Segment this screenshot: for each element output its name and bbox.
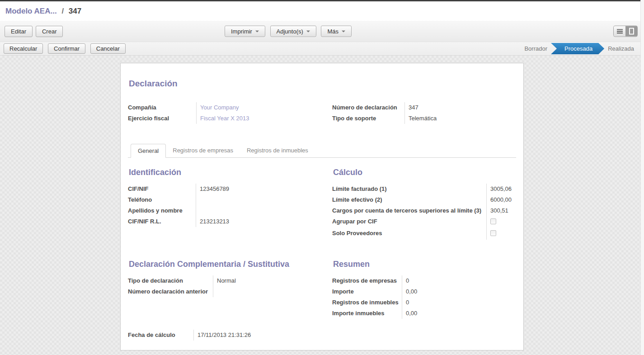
main-toolbar: Editar Crear Imprimir Adjunto(s) Más bbox=[0, 21, 644, 42]
header-right-group: Número de declaración 347 Tipo de soport… bbox=[332, 102, 516, 124]
chevron-down-icon bbox=[255, 30, 259, 32]
summary-section: Resumen Registros de empresas 0 Importe … bbox=[332, 254, 516, 319]
breadcrumb-separator: / bbox=[59, 7, 66, 15]
breadcrumb-row: Modelo AEA... / 347 bbox=[0, 1, 644, 21]
support-type-field-value: Telemática bbox=[404, 113, 516, 124]
tab-general[interactable]: General bbox=[131, 144, 166, 158]
confirm-button[interactable]: Confirmar bbox=[48, 43, 85, 54]
calculation-date-field-value: 17/11/2013 21:31:26 bbox=[193, 330, 318, 341]
edit-button[interactable]: Editar bbox=[5, 26, 33, 37]
tab-registros-de-empresas[interactable]: Registros de empresas bbox=[166, 144, 240, 158]
previous-number-field-label: Número declaración anterior bbox=[128, 286, 213, 297]
form-view-background: Declaración Compañía Your Company Ejerci… bbox=[0, 56, 644, 355]
attachments-label: Adjunto(s) bbox=[277, 28, 303, 35]
view-switcher bbox=[613, 26, 638, 37]
company-field-value[interactable]: Your Company bbox=[196, 102, 332, 113]
identification-section: Identificación CIF/NIF 123456789 Teléfon… bbox=[128, 162, 332, 227]
breadcrumb: Modelo AEA... / 347 bbox=[5, 7, 81, 16]
form-sheet: Declaración Compañía Your Company Ejerci… bbox=[120, 63, 524, 350]
declaration-type-field-label: Tipo de declaración bbox=[128, 275, 213, 286]
scrollbar[interactable] bbox=[640, 0, 644, 355]
breadcrumb-current: 347 bbox=[69, 7, 81, 15]
create-button[interactable]: Crear bbox=[36, 26, 63, 37]
more-label: Más bbox=[327, 28, 338, 35]
cif-rl-field-value: 213213213 bbox=[196, 216, 332, 227]
summary-company-records-value: 0 bbox=[402, 275, 516, 286]
form-view-icon bbox=[629, 28, 634, 35]
summary-property-records-label: Registros de inmuebles bbox=[332, 297, 402, 308]
fiscal-year-field-value[interactable]: Fiscal Year X 2013 bbox=[196, 113, 332, 124]
summary-company-records-label: Registros de empresas bbox=[332, 275, 402, 286]
status-bar: Borrador Procesada Realizada bbox=[518, 42, 640, 55]
summary-property-amount-value: 0,00 bbox=[402, 308, 516, 319]
calculation-section-title: Cálculo bbox=[333, 168, 516, 177]
workflow-buttons: Recalcular Confirmar Cancelar bbox=[4, 43, 126, 54]
tab-content-general: Identificación CIF/NIF 123456789 Teléfon… bbox=[128, 158, 516, 341]
group-by-cif-field-cell bbox=[486, 216, 516, 228]
calculation-date-field-label: Fecha de cálculo bbox=[128, 330, 193, 341]
recalculate-button[interactable]: Recalcular bbox=[4, 43, 43, 54]
summary-amount-value: 0,00 bbox=[402, 286, 516, 297]
chevron-down-icon bbox=[306, 30, 310, 32]
calculation-date-group: Fecha de cálculo 17/11/2013 21:31:26 bbox=[128, 330, 318, 341]
print-dropdown-button[interactable]: Imprimir bbox=[225, 26, 265, 37]
status-step-realizada[interactable]: Realizada bbox=[602, 42, 640, 55]
cif-field-value: 123456789 bbox=[196, 184, 332, 194]
previous-number-field-value bbox=[213, 286, 332, 297]
identification-group: CIF/NIF 123456789 Teléfono Apellidos y n… bbox=[128, 184, 332, 227]
third-party-limit-field-label: Cargos por cuenta de terceros superiores… bbox=[332, 205, 486, 216]
invoiced-limit-field-label: Límite facturado (1) bbox=[332, 184, 486, 194]
header-left-group: Compañía Your Company Ejercicio fiscal F… bbox=[128, 102, 332, 124]
breadcrumb-parent-link[interactable]: Modelo AEA... bbox=[5, 7, 57, 15]
complementary-group: Tipo de declaración Normal Número declar… bbox=[128, 275, 332, 297]
third-party-limit-field-value: 300,51 bbox=[486, 205, 516, 216]
support-type-field-label: Tipo de soporte bbox=[332, 113, 404, 124]
cash-limit-field-value: 6000,00 bbox=[486, 194, 516, 205]
cif-rl-field-label: CIF/NIF R.L. bbox=[128, 216, 196, 227]
list-view-icon bbox=[617, 29, 623, 33]
surname-name-field-label: Apellidos y nombre bbox=[128, 205, 196, 216]
only-suppliers-field-label: Solo Proveedores bbox=[332, 228, 486, 240]
list-view-button[interactable] bbox=[614, 26, 625, 37]
cash-limit-field-label: Límite efectivo (2) bbox=[332, 194, 486, 205]
print-label: Imprimir bbox=[231, 28, 252, 35]
only-suppliers-field-cell bbox=[486, 228, 516, 240]
phone-field-value bbox=[196, 194, 332, 205]
section-band-1: Identificación CIF/NIF 123456789 Teléfon… bbox=[128, 162, 516, 240]
declaration-number-field-label: Número de declaración bbox=[332, 102, 404, 113]
company-field-label: Compañía bbox=[128, 102, 196, 113]
phone-field-label: Teléfono bbox=[128, 194, 196, 205]
summary-amount-label: Importe bbox=[332, 286, 402, 297]
chevron-down-icon bbox=[342, 30, 345, 32]
calculation-group: Límite facturado (1) 3005,06 Límite efec… bbox=[332, 184, 516, 240]
calculation-section: Cálculo Límite facturado (1) 3005,06 Lím… bbox=[332, 162, 516, 240]
summary-group: Registros de empresas 0 Importe 0,00 Reg… bbox=[332, 275, 516, 319]
more-dropdown-button[interactable]: Más bbox=[321, 26, 352, 37]
complementary-section-title: Declaración Complementaria / Sustitutiva bbox=[129, 260, 332, 269]
surname-name-field-value bbox=[196, 205, 332, 216]
summary-property-records-value: 0 bbox=[402, 297, 516, 308]
attachments-dropdown-button[interactable]: Adjunto(s) bbox=[270, 26, 316, 37]
form-view-button[interactable] bbox=[625, 26, 637, 37]
identification-section-title: Identificación bbox=[129, 168, 332, 177]
summary-section-title: Resumen bbox=[333, 260, 516, 269]
notebook-tabs: General Registros de empresas Registros … bbox=[128, 144, 516, 158]
form-action-bar: Recalcular Confirmar Cancelar Borrador P… bbox=[0, 42, 644, 56]
declaration-number-field-value: 347 bbox=[404, 102, 516, 113]
summary-property-amount-label: Importe inmuebles bbox=[332, 308, 402, 319]
tab-registros-de-inmuebles[interactable]: Registros de inmuebles bbox=[240, 144, 315, 158]
form-title: Declaración bbox=[129, 79, 516, 89]
header-fields: Compañía Your Company Ejercicio fiscal F… bbox=[128, 102, 516, 124]
group-by-cif-field-label: Agrupar por CIF bbox=[332, 216, 486, 228]
section-band-2: Declaración Complementaria / Sustitutiva… bbox=[128, 254, 516, 319]
cancel-button[interactable]: Cancelar bbox=[90, 43, 126, 54]
group-by-cif-checkbox[interactable] bbox=[490, 218, 496, 224]
status-step-procesada[interactable]: Procesada bbox=[551, 43, 604, 54]
cif-field-label: CIF/NIF bbox=[128, 184, 196, 194]
document-actions-group: Imprimir Adjunto(s) Más bbox=[225, 26, 352, 37]
only-suppliers-checkbox[interactable] bbox=[490, 230, 496, 236]
fiscal-year-field-label: Ejercicio fiscal bbox=[128, 113, 196, 124]
complementary-section: Declaración Complementaria / Sustitutiva… bbox=[128, 254, 332, 297]
status-step-borrador[interactable]: Borrador bbox=[518, 42, 554, 55]
invoiced-limit-field-value: 3005,06 bbox=[486, 184, 516, 194]
